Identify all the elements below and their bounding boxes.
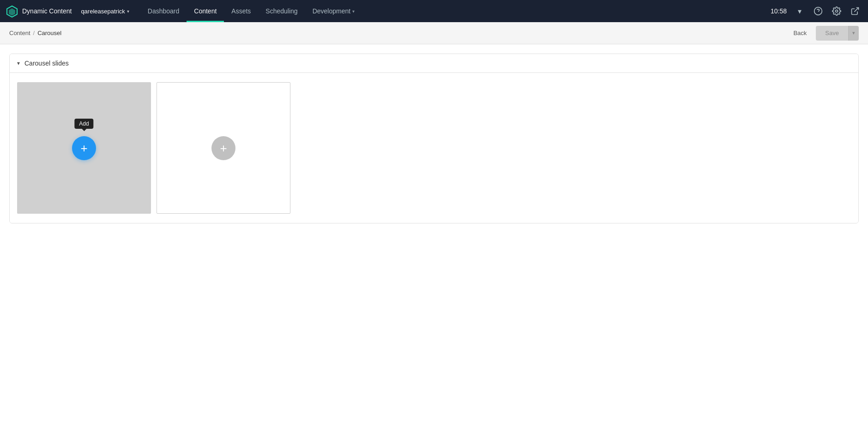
main-content: ▾ Carousel slides Add + + <box>0 44 868 233</box>
svg-marker-1 <box>9 8 15 16</box>
save-button[interactable]: Save <box>816 26 848 41</box>
new-window-icon[interactable] <box>848 4 862 18</box>
settings-icon[interactable] <box>829 4 844 18</box>
app-logo <box>6 5 18 18</box>
topbar-right: 10:58 ▾ <box>771 4 862 18</box>
save-chevron-button[interactable]: ▾ <box>848 26 859 41</box>
breadcrumb-carousel: Carousel <box>37 30 61 36</box>
topbar: Dynamic Content qareleasepatrick ▾ Dashb… <box>0 0 868 22</box>
nav-item-development[interactable]: Development ▾ <box>305 0 362 22</box>
svg-line-5 <box>854 8 858 12</box>
breadcrumb-content-link[interactable]: Content <box>9 30 30 36</box>
section-body: Add + + <box>10 73 858 223</box>
account-name: qareleasepatrick <box>81 8 125 15</box>
section-header[interactable]: ▾ Carousel slides <box>10 54 858 73</box>
breadcrumb-bar: Content / Carousel Back Save ▾ <box>0 22 868 44</box>
slide-card-1[interactable]: Add + <box>17 82 151 214</box>
breadcrumb-separator: / <box>33 30 35 36</box>
nav-item-assets[interactable]: Assets <box>224 0 258 22</box>
account-selector[interactable]: qareleasepatrick ▾ <box>81 8 129 15</box>
current-time: 10:58 <box>771 7 787 15</box>
breadcrumb-actions: Back Save ▾ <box>788 26 859 41</box>
save-group: Save ▾ <box>816 26 859 41</box>
main-nav: Dashboard Content Assets Scheduling Deve… <box>140 0 771 22</box>
section-title: Carousel slides <box>24 60 69 67</box>
add-slide-button-2[interactable]: + <box>211 136 235 160</box>
breadcrumb: Content / Carousel <box>9 30 61 36</box>
plus-icon-1: + <box>80 142 87 154</box>
nav-item-scheduling[interactable]: Scheduling <box>258 0 305 22</box>
section-collapse-icon: ▾ <box>17 60 20 66</box>
carousel-slides-section: ▾ Carousel slides Add + + <box>9 54 859 223</box>
development-chevron-icon: ▾ <box>352 9 355 14</box>
add-slide-button-1[interactable]: Add + <box>72 136 96 160</box>
app-name: Dynamic Content <box>22 7 72 15</box>
plus-icon-2: + <box>220 142 227 154</box>
nav-item-dashboard[interactable]: Dashboard <box>140 0 187 22</box>
slide-card-2[interactable]: + <box>157 82 290 214</box>
svg-point-4 <box>836 10 838 12</box>
back-button[interactable]: Back <box>788 27 812 39</box>
add-tooltip-1: Add <box>74 119 93 129</box>
help-icon[interactable] <box>811 4 826 18</box>
time-chevron-icon[interactable]: ▾ <box>792 4 807 18</box>
nav-item-content[interactable]: Content <box>187 0 224 22</box>
account-chevron-icon: ▾ <box>127 9 129 14</box>
